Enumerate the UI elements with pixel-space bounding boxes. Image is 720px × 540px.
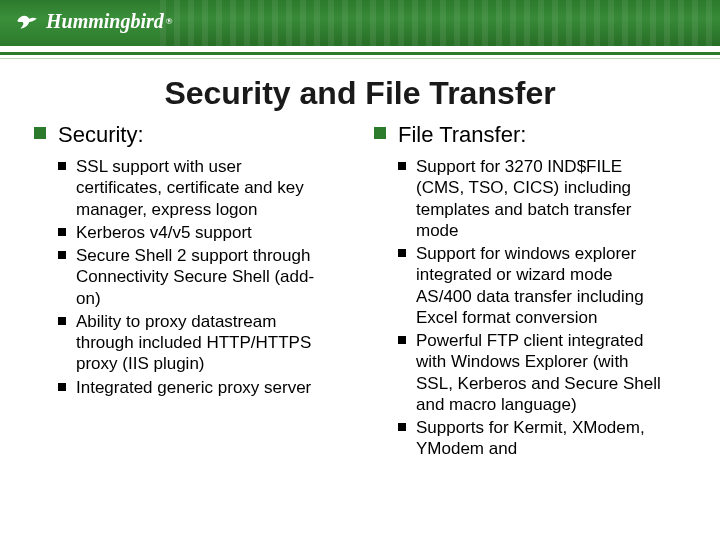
security-heading: Security:: [58, 122, 144, 148]
list-item: SSL support with user certificates, cert…: [58, 156, 346, 220]
square-bullet-icon: [374, 127, 386, 139]
list-item: Powerful FTP client integrated with Wind…: [398, 330, 686, 415]
section-bullet-icon: [398, 336, 406, 344]
section-bullet-icon: [398, 162, 406, 170]
brand-name: Hummingbird: [46, 10, 164, 33]
item-text: Support for 3270 IND$FILE (CMS, TSO, CIC…: [416, 156, 666, 241]
file-transfer-heading: File Transfer:: [398, 122, 526, 148]
item-text: Kerberos v4/v5 support: [76, 222, 252, 243]
item-text: Supports for Kermit, XModem, YModem and: [416, 417, 666, 460]
square-bullet-icon: [34, 127, 46, 139]
file-transfer-items: Support for 3270 IND$FILE (CMS, TSO, CIC…: [374, 156, 686, 460]
section-bullet-icon: [58, 162, 66, 170]
list-item: Supports for Kermit, XModem, YModem and: [398, 417, 686, 460]
slide-title: Security and File Transfer: [0, 75, 720, 112]
security-items: SSL support with user certificates, cert…: [34, 156, 346, 398]
item-text: Powerful FTP client integrated with Wind…: [416, 330, 666, 415]
item-text: Secure Shell 2 support through Connectiv…: [76, 245, 326, 309]
content-columns: Security: SSL support with user certific…: [0, 122, 720, 462]
list-item: Support for windows explorer integrated …: [398, 243, 686, 328]
list-item: Support for 3270 IND$FILE (CMS, TSO, CIC…: [398, 156, 686, 241]
section-bullet-icon: [398, 423, 406, 431]
item-text: SSL support with user certificates, cert…: [76, 156, 326, 220]
item-text: Ability to proxy datastream through incl…: [76, 311, 326, 375]
section-bullet-icon: [58, 317, 66, 325]
security-column: Security: SSL support with user certific…: [34, 122, 346, 462]
list-item: Integrated generic proxy server: [58, 377, 346, 398]
header-banner: Hummingbird®: [0, 0, 720, 46]
section-bullet-icon: [58, 228, 66, 236]
list-item: Ability to proxy datastream through incl…: [58, 311, 346, 375]
item-text: Integrated generic proxy server: [76, 377, 311, 398]
registered-mark: ®: [166, 16, 173, 26]
brand-logo: Hummingbird®: [14, 8, 173, 34]
banner-decor: [160, 0, 720, 46]
section-bullet-icon: [58, 383, 66, 391]
section-bullet-icon: [398, 249, 406, 257]
list-item: Secure Shell 2 support through Connectiv…: [58, 245, 346, 309]
list-item: Kerberos v4/v5 support: [58, 222, 346, 243]
item-text: Support for windows explorer integrated …: [416, 243, 666, 328]
hummingbird-icon: [14, 8, 40, 34]
section-bullet-icon: [58, 251, 66, 259]
file-transfer-column: File Transfer: Support for 3270 IND$FILE…: [374, 122, 686, 462]
divider-rules: [0, 52, 720, 59]
